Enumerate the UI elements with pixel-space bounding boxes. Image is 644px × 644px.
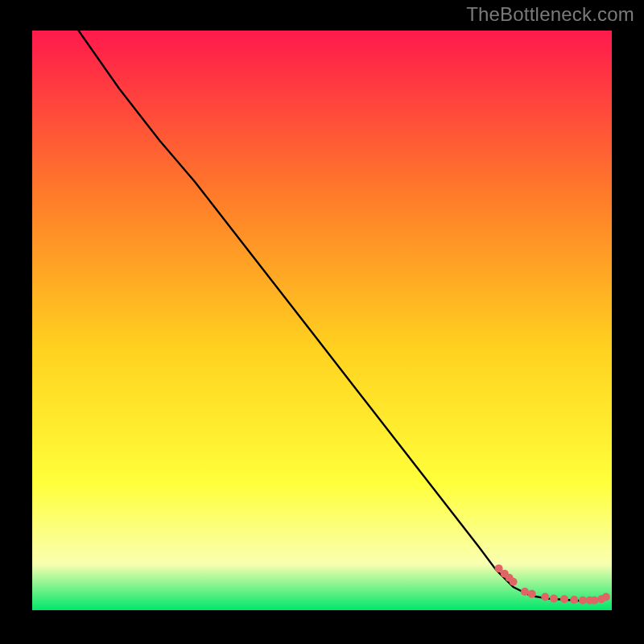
sample-point (528, 590, 536, 598)
chart-frame: TheBottleneck.com (0, 0, 644, 644)
sample-point (602, 592, 610, 601)
sample-point (579, 597, 587, 605)
sample-point (590, 597, 598, 605)
sample-point (541, 592, 549, 601)
watermark-text: TheBottleneck.com (466, 3, 634, 26)
chart-svg (32, 31, 612, 610)
sample-point (550, 595, 558, 603)
gradient-background (32, 31, 612, 610)
sample-point (570, 596, 578, 604)
plot-area (32, 31, 612, 610)
sample-point (510, 578, 518, 586)
sample-point (560, 595, 568, 603)
sample-point (521, 588, 529, 596)
